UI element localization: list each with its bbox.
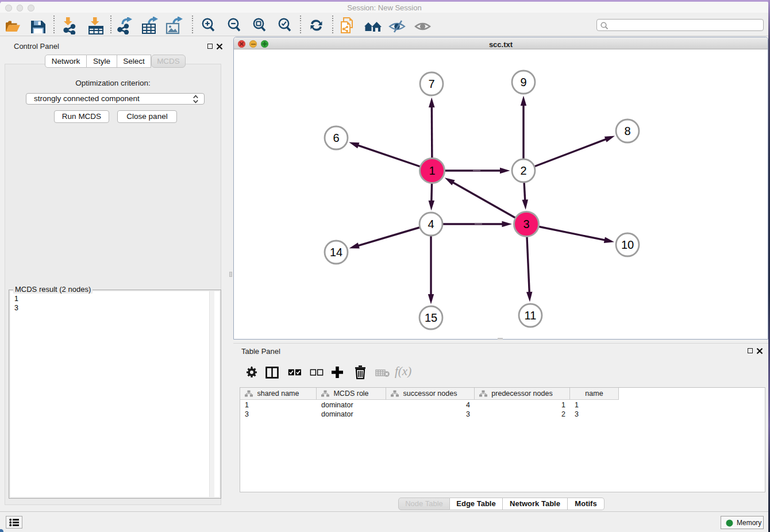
svg-text:4: 4 xyxy=(428,218,434,230)
svg-text:6: 6 xyxy=(333,132,339,144)
svg-text:11: 11 xyxy=(525,309,537,322)
svg-text:7: 7 xyxy=(428,78,434,90)
svg-text:1: 1 xyxy=(429,164,435,177)
svg-text:10: 10 xyxy=(621,238,634,251)
svg-text:8: 8 xyxy=(624,125,630,137)
svg-text:15: 15 xyxy=(425,311,437,324)
svg-text:9: 9 xyxy=(520,76,526,88)
svg-text:3: 3 xyxy=(523,218,529,230)
svg-text:14: 14 xyxy=(330,246,342,259)
svg-text:2: 2 xyxy=(520,164,526,177)
